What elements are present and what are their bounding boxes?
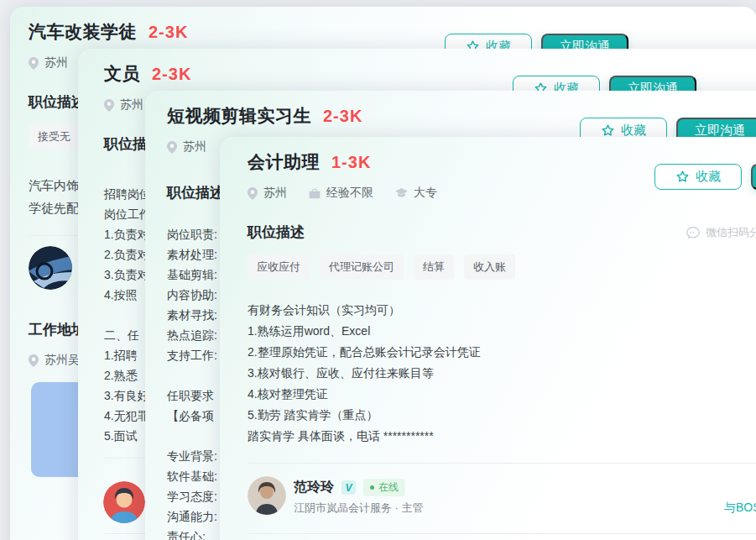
job-meta: 苏州 经验不限 大专 [248, 186, 437, 201]
job-keyword-tag: 接受无 [29, 124, 80, 149]
chat-bubble-icon [686, 227, 700, 239]
job-education: 大专 [395, 186, 437, 201]
job-header: 文员 2-3K [104, 62, 191, 86]
star-icon [601, 123, 615, 138]
location-pin-icon [248, 187, 258, 200]
chat-now-button[interactable]: 立即沟通 [751, 164, 756, 190]
recruiter-row: 范玲玲 V 在线 [294, 479, 405, 496]
job-location: 苏州 [104, 97, 143, 113]
graduation-cap-icon [395, 188, 408, 198]
job-description-text: 汽车内饰 学徒先配 [29, 174, 79, 219]
job-description-text: 岗位职责: 素材处理: 基础剪辑: 内容协助: 素材寻找: 热点追踪: 支持工作… [167, 224, 217, 540]
job-header: 短视频剪辑实习生 2-3K [167, 104, 362, 128]
job-detail-stack: 汽车改装学徒 2-3K 苏州 收藏 立即沟通 职位描述 接受无 汽车内饰 学徒先… [0, 0, 756, 540]
job-location: 苏州 [248, 186, 287, 201]
job-salary: 2-3K [323, 107, 362, 126]
divider [248, 463, 756, 464]
boss-chat-link[interactable]: 与BOS [724, 501, 756, 516]
divider [248, 533, 756, 534]
wechat-share-hint: 微信扫码分 [686, 225, 756, 240]
location-pin-icon [104, 99, 114, 112]
job-keyword-tags: 接受无 [29, 124, 80, 149]
job-location: 苏州 [167, 139, 206, 155]
job-title: 会计助理 [248, 150, 320, 174]
online-status-badge: 在线 [363, 479, 405, 496]
job-description-heading: 职位描述 [248, 223, 305, 242]
job-keyword-tag: 结算 [414, 254, 454, 280]
favorite-button[interactable]: 收藏 [654, 164, 742, 190]
job-photo-avatar [29, 246, 72, 290]
location-pin-icon [167, 141, 177, 154]
job-description-text: 有财务会计知识（实习均可） 1.熟练运用word、Excel 2.整理原始凭证，… [248, 300, 481, 447]
job-title: 汽车改装学徒 [29, 20, 137, 44]
online-dot-icon [370, 485, 374, 490]
job-description-heading: 职位描述 [29, 92, 86, 112]
briefcase-icon [309, 188, 321, 199]
job-location: 苏州 [29, 55, 68, 71]
star-icon [675, 170, 690, 184]
location-pin-icon [29, 354, 39, 367]
job-salary: 2-3K [149, 23, 188, 42]
verified-badge-icon: V [342, 480, 356, 495]
job-card-accounting-assistant: 会计助理 1-3K 苏州 经验不限 大专 收藏 立即沟通 职位描述 微信扫 [220, 137, 756, 540]
work-address: 苏州吴 [29, 353, 80, 368]
job-title: 短视频剪辑实习生 [167, 104, 311, 128]
job-header: 会计助理 1-3K [248, 150, 371, 174]
location-pin-icon [29, 57, 39, 70]
recruiter-name: 范玲玲 [294, 479, 334, 496]
recruiter-avatar [103, 481, 145, 523]
job-header: 汽车改装学徒 2-3K [29, 20, 188, 44]
work-address-heading: 工作地址 [29, 320, 86, 339]
recruiter-avatar[interactable] [248, 476, 286, 515]
job-salary: 2-3K [152, 65, 191, 84]
job-description-text: 招聘岗位 岗位工作 1.负责对 2.负责对 3.负责对 4.按照 二、任 1.招… [104, 184, 151, 446]
job-meta: 苏州 [167, 139, 206, 155]
job-title: 文员 [104, 62, 140, 86]
job-salary: 1-3K [331, 153, 371, 172]
job-meta: 苏州 [29, 55, 68, 71]
job-keyword-tag: 应收应付 [248, 254, 310, 280]
job-description-heading: 职位描述 [167, 183, 224, 202]
job-experience: 经验不限 [309, 186, 373, 201]
recruiter-company-title: 江阴市岚晶会计服务 · 主管 [294, 501, 424, 516]
job-keyword-tags: 应收应付 代理记账公司 结算 收入账 [248, 254, 515, 280]
job-keyword-tag: 收入账 [464, 254, 515, 280]
job-keyword-tag: 代理记账公司 [320, 254, 404, 280]
job-meta: 苏州 [104, 97, 143, 113]
